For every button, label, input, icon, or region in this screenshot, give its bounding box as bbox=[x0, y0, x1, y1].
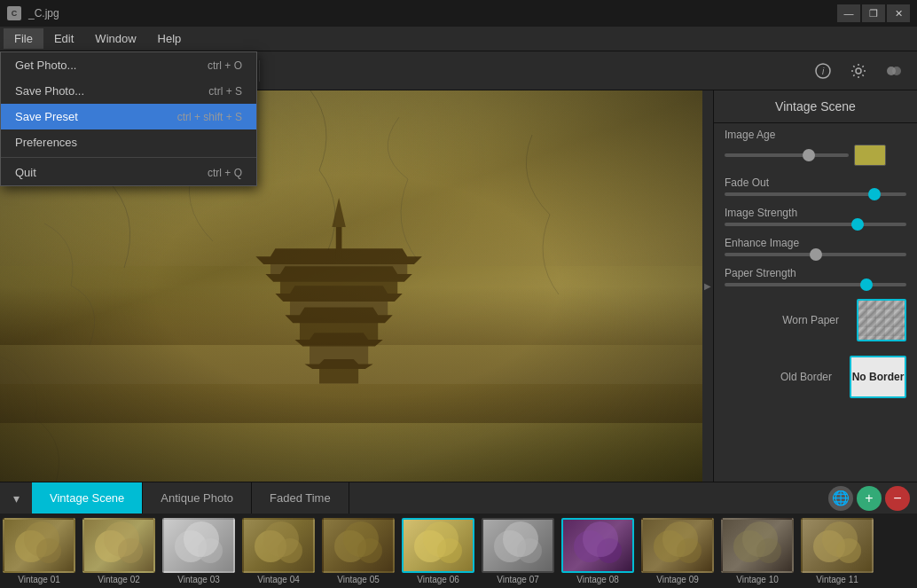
menu-get-photo-shortcut: ctrl + O bbox=[208, 59, 242, 72]
thumbnail-v03[interactable] bbox=[162, 518, 235, 573]
menu-save-preset[interactable]: Save Preset ctrl + shift + S bbox=[1, 104, 256, 129]
thumb-v04-image bbox=[244, 520, 315, 573]
thumbnail-v09[interactable] bbox=[641, 518, 714, 573]
worn-paper-thumb-image bbox=[858, 301, 905, 340]
list-item[interactable]: Vintage 06 bbox=[399, 518, 477, 584]
thumb-v07-image bbox=[483, 520, 554, 573]
enhance-image-label: Enhance Image bbox=[725, 237, 906, 249]
list-item[interactable]: Vintage 09 bbox=[639, 518, 717, 584]
close-button[interactable]: ✕ bbox=[887, 4, 910, 22]
fade-out-row: Fade Out bbox=[714, 171, 917, 201]
image-age-swatch[interactable] bbox=[854, 145, 886, 166]
menu-quit-label: Quit bbox=[15, 166, 36, 179]
menu-save-preset-shortcut: ctrl + shift + S bbox=[177, 111, 242, 123]
list-item[interactable]: Vintage 07 bbox=[479, 518, 557, 584]
tab-faded-time[interactable]: Faded Time bbox=[252, 482, 349, 514]
fade-out-slider[interactable] bbox=[725, 192, 906, 196]
thumbnail-v06[interactable] bbox=[402, 518, 474, 573]
menu-help[interactable]: Help bbox=[147, 28, 192, 49]
list-item[interactable]: Vintage 02 bbox=[80, 518, 158, 584]
bottom-bar: ▾ Vintage Scene Antique Photo Faded Time… bbox=[0, 482, 917, 514]
svg-point-27 bbox=[892, 67, 901, 75]
thumb-v05-image bbox=[324, 520, 395, 573]
paper-strength-label: Paper Strength bbox=[725, 267, 906, 279]
worn-paper-thumb[interactable] bbox=[857, 299, 906, 341]
thumbnail-v02[interactable] bbox=[82, 518, 155, 573]
info-button[interactable]: i bbox=[807, 55, 839, 87]
thumb-v03-image bbox=[164, 520, 235, 573]
paper-strength-slider[interactable] bbox=[725, 283, 906, 286]
list-item[interactable]: Vintage 11 bbox=[798, 518, 876, 584]
image-age-slider[interactable] bbox=[725, 153, 849, 157]
thumbnail-v09-label: Vintage 09 bbox=[656, 575, 699, 584]
tab-vintage-scene[interactable]: Vintage Scene bbox=[32, 482, 143, 514]
menu-window[interactable]: Window bbox=[84, 28, 146, 49]
add-preset-button[interactable]: + bbox=[857, 486, 882, 511]
svg-point-51 bbox=[184, 521, 219, 557]
remove-preset-button[interactable]: − bbox=[885, 486, 910, 511]
list-item[interactable]: Vintage 04 bbox=[239, 518, 317, 584]
svg-point-45 bbox=[24, 521, 59, 557]
svg-point-69 bbox=[662, 521, 698, 557]
thumb-v10-image bbox=[723, 520, 794, 573]
image-strength-control bbox=[725, 223, 906, 226]
thumbnail-v08[interactable] bbox=[561, 518, 634, 573]
menu-save-photo-label: Save Photo... bbox=[15, 84, 84, 98]
thumbnail-v07-label: Vintage 07 bbox=[497, 575, 539, 584]
effects-button[interactable] bbox=[878, 55, 910, 87]
scroll-handle-right[interactable]: ▶ bbox=[702, 90, 713, 482]
minimize-button[interactable]: — bbox=[837, 4, 860, 22]
menu-edit[interactable]: Edit bbox=[43, 28, 84, 49]
thumbnails-strip: Vintage 01 Vintage 02 Vintage 03 Vintage… bbox=[0, 514, 917, 588]
menubar: File Edit Window Help bbox=[0, 27, 917, 51]
titlebar-left: C _C.jpg bbox=[7, 6, 59, 20]
thumbnail-v10[interactable] bbox=[721, 518, 794, 573]
thumbnail-v11[interactable] bbox=[801, 518, 874, 573]
thumbnail-v01[interactable] bbox=[3, 518, 75, 573]
list-item[interactable]: Vintage 05 bbox=[319, 518, 397, 584]
thumbnail-v03-label: Vintage 03 bbox=[177, 575, 220, 584]
image-age-label: Image Age bbox=[725, 129, 906, 141]
menu-save-photo[interactable]: Save Photo... ctrl + S bbox=[1, 78, 256, 104]
svg-point-72 bbox=[742, 521, 778, 557]
thumbnail-v06-label: Vintage 06 bbox=[417, 575, 459, 584]
thumbnail-v07[interactable] bbox=[482, 518, 554, 573]
fade-out-label: Fade Out bbox=[725, 176, 906, 189]
no-border-button[interactable]: No Border bbox=[850, 356, 906, 398]
menu-divider bbox=[1, 157, 256, 158]
thumb-v06-image bbox=[404, 520, 474, 573]
svg-point-66 bbox=[583, 521, 618, 557]
menu-get-photo-label: Get Photo... bbox=[15, 59, 76, 72]
settings-button[interactable] bbox=[843, 55, 874, 87]
thumb-v11-image bbox=[803, 520, 874, 573]
thumbnail-v05[interactable] bbox=[322, 518, 395, 573]
collapse-button[interactable]: ▾ bbox=[0, 482, 32, 514]
maximize-button[interactable]: ❐ bbox=[862, 4, 885, 22]
enhance-image-control bbox=[725, 253, 906, 256]
svg-point-57 bbox=[343, 521, 379, 557]
thumbnail-v05-label: Vintage 05 bbox=[337, 575, 380, 584]
worn-paper-label: Worn Paper bbox=[725, 314, 848, 326]
preset-tabs: Vintage Scene Antique Photo Faded Time bbox=[32, 482, 821, 514]
svg-point-60 bbox=[423, 521, 458, 557]
tab-antique-photo[interactable]: Antique Photo bbox=[143, 482, 252, 514]
menu-file[interactable]: File bbox=[4, 28, 43, 49]
svg-text:i: i bbox=[822, 67, 825, 76]
window-title: _C.jpg bbox=[28, 7, 59, 20]
menu-preferences[interactable]: Preferences bbox=[1, 129, 256, 155]
svg-point-25 bbox=[856, 68, 861, 74]
image-strength-row: Image Strength bbox=[714, 201, 917, 231]
list-item[interactable]: Vintage 10 bbox=[718, 518, 796, 584]
globe-button[interactable]: 🌐 bbox=[828, 486, 853, 511]
thumbnail-v08-label: Vintage 08 bbox=[576, 575, 619, 584]
image-strength-slider[interactable] bbox=[725, 223, 906, 226]
menu-quit[interactable]: Quit ctrl + Q bbox=[1, 160, 256, 185]
menu-get-photo[interactable]: Get Photo... ctrl + O bbox=[1, 52, 256, 78]
titlebar: C _C.jpg — ❐ ✕ bbox=[0, 0, 917, 27]
thumbnail-v04[interactable] bbox=[242, 518, 315, 573]
list-item[interactable]: Vintage 03 bbox=[160, 518, 238, 584]
window-controls: — ❐ ✕ bbox=[837, 4, 910, 22]
enhance-image-slider[interactable] bbox=[725, 253, 906, 256]
list-item[interactable]: Vintage 01 bbox=[0, 518, 78, 584]
list-item[interactable]: Vintage 08 bbox=[559, 518, 637, 584]
